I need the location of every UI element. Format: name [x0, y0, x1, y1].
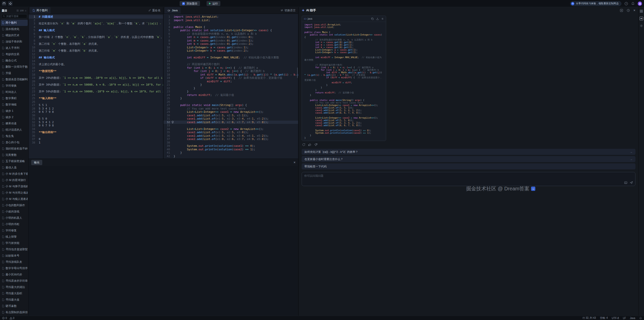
- sidebar-item[interactable]: 时间达人: [1, 89, 28, 95]
- code-line[interactable]: 35**输出样例**: [29, 131, 163, 134]
- code-line[interactable]: 10: [29, 46, 163, 49]
- search-input[interactable]: [6, 15, 26, 18]
- eol-setting[interactable]: LF: [623, 317, 626, 319]
- sidebar-item[interactable]: 比较版本号: [1, 253, 28, 259]
- sidebar-item[interactable]: 寻找最大的湖泊: [1, 284, 28, 290]
- code-line[interactable]: 12: [164, 53, 298, 56]
- sidebar-item[interactable]: 硬币凑数: [1, 303, 28, 309]
- sidebar-item[interactable]: 寻找包含斐波那契...: [1, 246, 28, 253]
- sidebar-item[interactable]: 流水线优化: [1, 26, 28, 32]
- code-line[interactable]: 325 3 4 1 2: [29, 121, 163, 124]
- sidebar-item[interactable]: 徒步 1: [1, 108, 28, 114]
- sidebar-item[interactable]: 两个数列: [1, 20, 28, 26]
- code-line[interactable]: 381: [29, 141, 163, 145]
- sidebar-item[interactable]: 寻找游戏队友: [1, 259, 28, 265]
- code-line[interactable]: 17 for (int j = 0; j < m; j++) { // 遍历数列…: [164, 69, 298, 73]
- code-line[interactable]: 34: [29, 127, 163, 131]
- code-line[interactable]: 15 // 两层循环遍历两个数列: [164, 63, 298, 66]
- code-line[interactable]: 38: [164, 141, 298, 145]
- thumbs-up-icon[interactable]: [308, 143, 311, 146]
- sidebar-item[interactable]: 数字增殖: [1, 101, 28, 108]
- sidebar-item[interactable]: 小 M 与弹子游戏机: [1, 183, 28, 190]
- java-editor[interactable]: 1import java.util.ArrayList;2import java…: [164, 14, 298, 159]
- code-line[interactable]: 36: [29, 134, 163, 138]
- sidebar-item[interactable]: 最佳人选: [1, 164, 28, 171]
- indent-setting[interactable]: 空格: 4: [600, 316, 608, 320]
- sidebar-item[interactable]: 统计说谎的人: [1, 127, 28, 133]
- sidebar-item[interactable]: 融合公式: [1, 57, 28, 64]
- code-line[interactable]: 28 // You can add more test cases here: [164, 107, 298, 111]
- ai-sidebar-badge[interactable]: AI: [639, 17, 643, 20]
- sidebar-item[interactable]: 删除一次得到子数...: [1, 64, 28, 70]
- sidebar-item[interactable]: 升级: [1, 70, 28, 76]
- code-line[interactable]: 33: [164, 124, 298, 127]
- add-problem-button[interactable]: + 添加题目: [180, 1, 200, 6]
- sidebar-item[interactable]: 小包的数列操作: [1, 202, 28, 208]
- notifications-bell-icon[interactable]: [639, 317, 642, 319]
- new-chat-icon[interactable]: [620, 9, 623, 12]
- code-line[interactable]: 25 }: [164, 97, 298, 100]
- code-line[interactable]: 7 int n = cases.get(index:0).get(index:0…: [164, 35, 298, 39]
- code-line[interactable]: 13## 输出格式: [29, 56, 163, 59]
- run-button[interactable]: 运行: [207, 1, 220, 6]
- code-line[interactable]: 30: [29, 114, 163, 117]
- sidebar-item[interactable]: 兔生兔: [1, 133, 28, 139]
- code-line[interactable]: 36 case2.add(List.of(e1:5, e2:3, e3:4, e…: [164, 134, 298, 138]
- juejin-logo[interactable]: [8, 1, 13, 6]
- tab-java[interactable]: Java: [165, 7, 181, 14]
- code-line[interactable]: 8 int m = cases.get(index:0).get(index:1…: [164, 39, 298, 43]
- code-line[interactable]: 26: [164, 100, 298, 104]
- code-line[interactable]: 29 List<List<Integer>> case1 = new Array…: [164, 110, 298, 114]
- code-line[interactable]: 19 if (diff < minDiff) { // 如果当前差值更小，更新最…: [164, 76, 298, 80]
- code-line[interactable]: 5## 输入格式: [29, 29, 163, 32]
- code-line[interactable]: 32 case1.add(List.of(e1:0, e2:6, e3:7, e…: [164, 121, 298, 124]
- code-line[interactable]: 26: [29, 100, 163, 104]
- code-line[interactable]: 19其中 20%的数据: `1 <= n,m <= 3000, -10^9 <=…: [29, 76, 163, 80]
- sidebar-item[interactable]: 我好想造初选不碎: [1, 146, 28, 152]
- code-line[interactable]: 31 case1.add(List.of(e1:5, e2:3, e3:4, e…: [164, 117, 298, 121]
- code-line[interactable]: 20 minDiff = diff;: [164, 80, 298, 83]
- code-line[interactable]: 1import java.util.ArrayList;: [164, 15, 298, 19]
- ai-question-input[interactable]: [304, 174, 633, 184]
- code-line[interactable]: 41 }: [164, 151, 298, 155]
- code-line[interactable]: 24 return minDiff; // 返回最小值: [164, 93, 298, 97]
- settings-gear-icon[interactable]: [640, 24, 643, 27]
- sidebar-item[interactable]: 徒步 2: [1, 114, 28, 120]
- ai-input-box[interactable]: [302, 172, 635, 186]
- code-line[interactable]: 3给定长度分别为 `n` 和 `m` 的两个数列 `a[n]`、`b[m]`，和…: [29, 22, 163, 25]
- warnings-indicator[interactable]: 0: [10, 317, 15, 319]
- sidebar-item[interactable]: 寻找最大值: [1, 297, 28, 303]
- code-line[interactable]: 14: [164, 59, 298, 63]
- code-line[interactable]: 15求上述公式的最小值。: [29, 63, 163, 66]
- code-line[interactable]: 315 5 0: [29, 117, 163, 121]
- code-line[interactable]: 11 List<Integer> b = cases.get(index:2);: [164, 49, 298, 53]
- code-line[interactable]: 3: [164, 22, 298, 25]
- code-line[interactable]: 9第二行有 `n` 个整数，表示数列 `a` 的元素。: [29, 42, 163, 46]
- code-line[interactable]: 40 System.out.println(solution(case2) ==…: [164, 148, 298, 151]
- code-line[interactable]: 14: [29, 59, 163, 63]
- replace-code-icon[interactable]: [381, 17, 384, 20]
- output-tab[interactable]: 输出: [31, 160, 42, 165]
- code-line[interactable]: 290 6 7 9 8: [29, 110, 163, 114]
- code-line[interactable]: 37 case2.add(List.of(e1:0, e2:6, e3:7, e…: [164, 137, 298, 141]
- ai-suggestion-chip[interactable]: 如何优化计算 `|(a[i] - b[j])^2 - k^2|` 的效率？→: [302, 149, 635, 155]
- code-line[interactable]: 39 System.out.println(solution(case1) ==…: [164, 144, 298, 148]
- code-line[interactable]: 22: [29, 87, 163, 90]
- bell-icon[interactable]: [631, 2, 635, 5]
- code-line[interactable]: 2import java.util.List;: [164, 19, 298, 22]
- sidebar-item[interactable]: 字符替换: [1, 83, 28, 89]
- avatar[interactable]: [638, 2, 642, 6]
- code-line[interactable]: 23其中 50%的数据: `1 <= n,m <= 50000, -10^9 <…: [29, 90, 163, 93]
- code-line[interactable]: 4public class Main {: [164, 25, 298, 29]
- list-icon[interactable]: [16, 10, 19, 12]
- cursor-position[interactable]: 行 32, 列 43: [582, 316, 596, 320]
- sidebar-item[interactable]: 有点限制的选择排序: [1, 309, 28, 315]
- sidebar-item[interactable]: 糖果传递: [1, 120, 28, 127]
- close-icon[interactable]: ×: [294, 160, 296, 164]
- thumbs-down-icon[interactable]: [314, 143, 317, 146]
- sidebar-item[interactable]: 小超的游戏: [1, 208, 28, 215]
- app-logo[interactable]: [2, 1, 6, 6]
- code-line[interactable]: 22 }: [164, 87, 298, 90]
- sidebar-item[interactable]: 数据表是否能解利...: [1, 76, 28, 83]
- code-line[interactable]: 330 6 7 9 8: [29, 124, 163, 127]
